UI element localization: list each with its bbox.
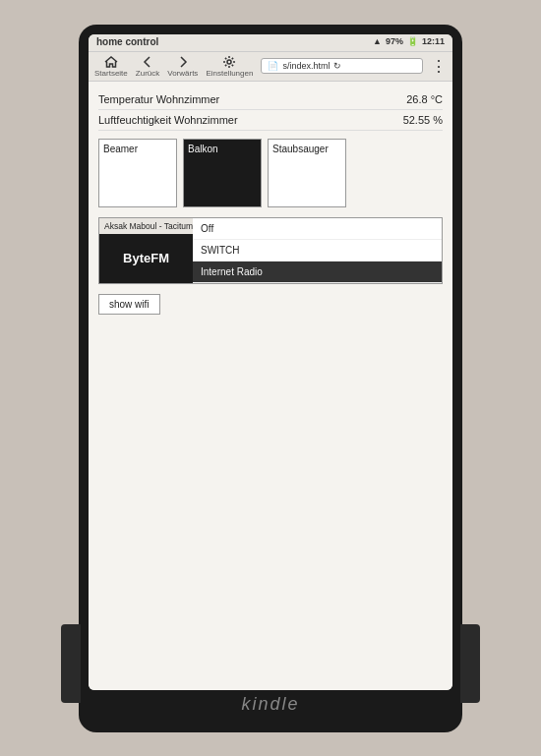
battery-icon: 🔋 xyxy=(407,36,418,46)
device-balkon[interactable]: Balkon xyxy=(183,139,262,207)
radio-option-switch[interactable]: SWITCH xyxy=(193,240,442,262)
doc-icon: 📄 xyxy=(268,61,278,71)
menu-dots-icon[interactable]: ⋮ xyxy=(431,57,447,76)
clock: 12:11 xyxy=(422,36,445,46)
device-beamer[interactable]: Beamer xyxy=(98,139,177,207)
sensor-temperature: Temperatur Wohnzimmer 26.8 °C xyxy=(98,89,443,110)
url-bar[interactable]: 📄 s/index.html ↻ xyxy=(261,58,423,74)
radio-left-panel: Aksak Maboul - Tacitume ByteFM xyxy=(99,218,193,283)
back-label: Zurück xyxy=(136,69,159,78)
url-text: s/index.html xyxy=(282,61,330,71)
radio-section: Aksak Maboul - Tacitume ByteFM Off SWITC… xyxy=(98,217,443,284)
device-balkon-label: Balkon xyxy=(188,144,218,154)
radio-track-title: Aksak Maboul - Tacitume xyxy=(99,218,193,234)
temp-label: Temperatur Wohnzimmer xyxy=(98,93,219,105)
forward-label: Vorwärts xyxy=(167,69,198,78)
title-bar: home control ▲ 97% 🔋 12:11 xyxy=(89,34,452,52)
radio-option-off[interactable]: Off xyxy=(193,218,442,240)
sensor-humidity: Luftfeuchtigkeit Wohnzimmer 52.55 % xyxy=(98,110,443,131)
forward-nav[interactable]: Vorwärts xyxy=(167,55,198,78)
nav-bar: Startseite Zurück Vorwärts Einstellu xyxy=(89,52,452,82)
refresh-icon: ↻ xyxy=(333,61,341,71)
back-nav[interactable]: Zurück xyxy=(136,55,159,78)
device-beamer-label: Beamer xyxy=(103,144,138,154)
battery-level: 97% xyxy=(386,36,403,46)
device-staubsauger-label: Staubsauger xyxy=(272,144,329,154)
svg-point-0 xyxy=(227,60,231,64)
home-label: Startseite xyxy=(94,69,128,78)
devices-row: Beamer Balkon Staubsauger xyxy=(98,139,443,207)
temp-value: 26.8 °C xyxy=(406,93,443,105)
humidity-label: Luftfeuchtigkeit Wohnzimmer xyxy=(98,114,238,126)
bytefm-logo: ByteFM xyxy=(99,234,193,283)
kindle-brand-label: kindle xyxy=(241,694,299,715)
page-title: home control xyxy=(96,36,158,47)
bytefm-text: ByteFM xyxy=(123,251,169,265)
humidity-value: 52.55 % xyxy=(403,114,443,126)
stand-left xyxy=(61,624,81,703)
settings-nav[interactable]: Einstellungen xyxy=(206,55,253,78)
page-content: Temperatur Wohnzimmer 26.8 °C Luftfeucht… xyxy=(89,82,452,690)
home-nav[interactable]: Startseite xyxy=(94,55,128,78)
device-staubsauger[interactable]: Staubsauger xyxy=(268,139,346,207)
show-wifi-button[interactable]: show wifi xyxy=(98,294,160,315)
kindle-device: home control ▲ 97% 🔋 12:11 Startseite Zu… xyxy=(79,25,462,732)
screen: home control ▲ 97% 🔋 12:11 Startseite Zu… xyxy=(89,34,452,690)
status-bar: ▲ 97% 🔋 12:11 xyxy=(373,36,445,46)
settings-label: Einstellungen xyxy=(206,69,253,78)
radio-option-internet-radio[interactable]: Internet Radio xyxy=(193,262,442,283)
stand-right xyxy=(460,624,480,703)
signal-icon: ▲ xyxy=(373,36,382,46)
radio-options: Off SWITCH Internet Radio xyxy=(193,218,442,283)
